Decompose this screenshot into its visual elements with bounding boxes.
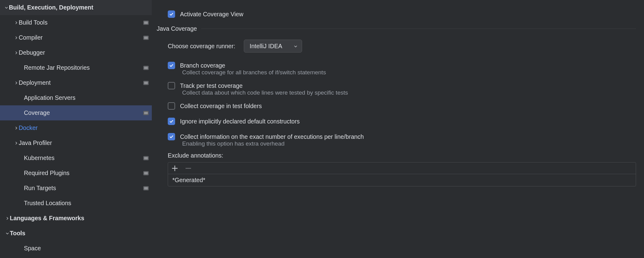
tree-label: Build, Execution, Deployment	[9, 4, 149, 11]
settings-content: Add to the active suites Activate Covera…	[152, 0, 644, 258]
remove-button[interactable]	[185, 165, 192, 172]
exclude-annotations-label: Exclude annotations:	[168, 152, 636, 159]
minus-icon	[185, 165, 192, 172]
sidebar-item-app-servers[interactable]: Application Servers	[0, 90, 152, 105]
list-item-text: *Generated*	[172, 177, 205, 183]
add-button[interactable]	[171, 165, 178, 172]
tree-label: Debugger	[19, 49, 149, 56]
sidebar-item-coverage[interactable]: Coverage	[0, 105, 152, 120]
project-badge-icon	[143, 21, 149, 25]
tree-label: Coverage	[24, 109, 141, 116]
list-toolbar	[168, 162, 636, 174]
chevron-down-icon	[294, 43, 297, 50]
sidebar-item-kubernetes[interactable]: Kubernetes	[0, 150, 152, 166]
checkbox-icon	[168, 133, 175, 140]
checkbox-icon	[168, 10, 175, 18]
checkbox-label: Activate Coverage View	[180, 11, 243, 18]
tree-label: Docker	[19, 124, 149, 131]
coverage-runner-select[interactable]: IntelliJ IDEA	[244, 40, 302, 53]
tree-label: Run Targets	[24, 185, 141, 192]
chevron-right-icon	[14, 51, 19, 55]
checkbox-label: Branch coverage	[180, 62, 225, 69]
checkbox-label: Collect coverage in test folders	[180, 103, 262, 110]
chevron-right-icon	[14, 36, 19, 40]
project-badge-icon	[143, 36, 149, 40]
tree-label: Compiler	[19, 34, 141, 41]
tree-label: Remote Jar Repositories	[24, 64, 141, 71]
checkbox-label: Collect information on the exact number …	[180, 133, 364, 140]
checkbox-icon	[168, 102, 175, 110]
sidebar-item-build-tools[interactable]: Build Tools	[0, 15, 152, 30]
chevron-right-icon	[14, 141, 19, 145]
sidebar-item-space[interactable]: Space	[0, 241, 152, 256]
checkbox-label: Track per test coverage	[180, 82, 243, 89]
project-badge-icon	[143, 186, 149, 190]
option-description: Collect data about which code lines were…	[182, 89, 636, 96]
sidebar-item-java-profiler[interactable]: Java Profiler	[0, 135, 152, 150]
tree-label: Required Plugins	[24, 170, 141, 177]
radio-add-to-active-suites[interactable]: Add to the active suites	[168, 0, 636, 1]
sidebar-item-tools[interactable]: Tools	[0, 226, 152, 241]
field-label: Choose coverage runner:	[168, 43, 235, 50]
tree-label: Java Profiler	[19, 139, 149, 147]
tree-label: Build Tools	[19, 19, 141, 26]
sidebar-item-languages-frameworks[interactable]: Languages & Frameworks	[0, 211, 152, 226]
sidebar-item-deployment[interactable]: Deployment	[0, 75, 152, 90]
exclude-annotations-list: *Generated*	[168, 162, 636, 186]
checkbox-icon	[168, 82, 175, 89]
option-description: Collect coverage for all branches of if/…	[182, 69, 636, 76]
select-value: IntelliJ IDEA	[250, 43, 282, 50]
sidebar-item-docker[interactable]: Docker	[0, 120, 152, 135]
coverage-runner-row: Choose coverage runner: IntelliJ IDEA	[168, 40, 636, 53]
checkbox-coverage-test-folders[interactable]: Collect coverage in test folders	[168, 101, 636, 111]
checkbox-ignore-default-constructors[interactable]: Ignore implicitly declared default const…	[168, 116, 636, 126]
sidebar-item-debugger[interactable]: Debugger	[0, 45, 152, 60]
checkbox-icon	[168, 62, 175, 69]
tree-label: Application Servers	[24, 94, 149, 101]
chevron-right-icon	[14, 126, 19, 130]
chevron-right-icon	[14, 21, 19, 25]
project-badge-icon	[143, 66, 149, 70]
section-java-coverage: Java Coverage	[157, 25, 636, 32]
checkbox-label: Ignore implicitly declared default const…	[180, 118, 300, 125]
section-title: Java Coverage	[157, 25, 197, 32]
divider	[201, 29, 636, 29]
tree-label: Tools	[10, 230, 149, 237]
checkbox-activate-coverage-view[interactable]: Activate Coverage View	[168, 9, 636, 19]
sidebar-item-compiler[interactable]: Compiler	[0, 30, 152, 45]
chevron-down-icon	[5, 232, 10, 235]
project-badge-icon	[143, 81, 149, 85]
chevron-down-icon	[4, 6, 9, 10]
list-item[interactable]: *Generated*	[168, 174, 636, 186]
sidebar-item-remote-jar[interactable]: Remote Jar Repositories	[0, 60, 152, 75]
chevron-right-icon	[14, 81, 19, 85]
tree-label: Deployment	[19, 79, 141, 86]
checkbox-icon	[168, 118, 175, 125]
chevron-right-icon	[5, 217, 10, 220]
settings-sidebar: Build, Execution, Deployment Build Tools…	[0, 0, 152, 258]
sidebar-item-run-targets[interactable]: Run Targets	[0, 181, 152, 196]
tree-label: Languages & Frameworks	[10, 215, 149, 222]
tree-label: Space	[24, 245, 149, 252]
tree-label: Kubernetes	[24, 154, 141, 162]
sidebar-item-required-plugins[interactable]: Required Plugins	[0, 166, 152, 181]
plus-icon	[171, 165, 178, 172]
project-badge-icon	[143, 171, 149, 175]
sidebar-item-build-execution-deployment[interactable]: Build, Execution, Deployment	[0, 0, 152, 15]
sidebar-item-trusted-locations[interactable]: Trusted Locations	[0, 196, 152, 211]
option-description: Enabling this option has extra overhead	[182, 140, 636, 147]
project-badge-icon	[143, 156, 149, 160]
project-badge-icon	[143, 111, 149, 115]
tree-label: Trusted Locations	[24, 200, 149, 207]
